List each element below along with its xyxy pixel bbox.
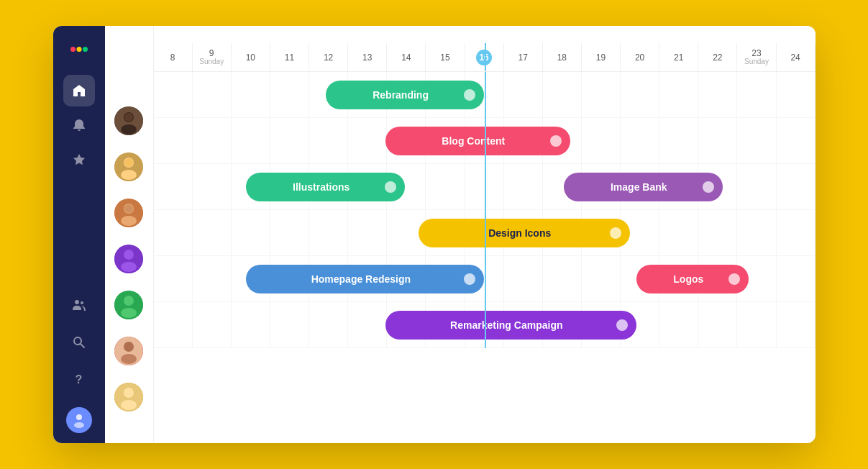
bar-rebranding[interactable]: Rebranding xyxy=(326,81,485,109)
gantt-body: RebrandingBlog ContentIllustrationsImage… xyxy=(154,72,816,348)
avatar-4 xyxy=(114,245,143,273)
date-cell-10: 10 xyxy=(232,43,270,71)
svg-point-20 xyxy=(121,262,137,272)
bar-blog-content[interactable]: Blog Content xyxy=(385,127,571,155)
svg-point-23 xyxy=(121,308,137,318)
bar-dot-logos xyxy=(728,273,740,285)
bar-dot-illustrations xyxy=(385,181,396,193)
bar-label-blog-content: Blog Content xyxy=(430,135,525,147)
gantt-row-5: Remarketing Campaign xyxy=(154,302,816,348)
avatar-row-7[interactable] xyxy=(104,374,153,420)
date-cell-20: 20 xyxy=(621,43,659,71)
grid-lines-row-0 xyxy=(154,72,816,117)
svg-point-9 xyxy=(124,113,133,122)
sidebar-item-search[interactable] xyxy=(63,327,95,358)
avatar-column xyxy=(105,26,154,443)
date-cell-24: 24 xyxy=(777,43,816,71)
bar-label-homepage-redesign: Homepage Redesign xyxy=(300,273,431,285)
sidebar-nav xyxy=(53,75,105,176)
bar-logos[interactable]: Logos xyxy=(636,265,749,293)
svg-point-19 xyxy=(124,250,134,260)
avatar-row-2[interactable] xyxy=(104,144,153,190)
sidebar-item-favorites[interactable] xyxy=(63,144,95,176)
svg-point-8 xyxy=(121,124,137,135)
date-cell-8: 8 xyxy=(154,43,193,71)
date-header: 89Sunday1011121314151617181920212223Sund… xyxy=(154,43,816,72)
svg-rect-3 xyxy=(83,47,88,52)
timeline-wrapper: 89Sunday1011121314151617181920212223Sund… xyxy=(154,43,816,443)
date-cell-19: 19 xyxy=(582,43,621,71)
sidebar-item-notifications[interactable] xyxy=(63,109,95,141)
avatar-row-5[interactable] xyxy=(104,282,153,328)
sidebar-bottom: ? xyxy=(63,289,95,433)
app-logo[interactable] xyxy=(66,36,92,62)
svg-point-22 xyxy=(124,296,134,306)
gantt-row-4: Homepage RedesignLogos xyxy=(154,256,816,302)
date-cell-18: 18 xyxy=(543,43,582,71)
svg-point-16 xyxy=(121,216,137,226)
svg-point-17 xyxy=(124,204,133,213)
sidebar: ? xyxy=(53,26,105,443)
avatar-7 xyxy=(114,383,143,411)
bar-dot-rebranding xyxy=(464,89,475,101)
bar-dot-homepage-redesign xyxy=(464,273,475,285)
bar-label-design-icons: Design Icons xyxy=(477,227,571,239)
bar-remarketing-campaign[interactable]: Remarketing Campaign xyxy=(385,311,637,340)
sidebar-item-help[interactable]: ? xyxy=(63,364,95,396)
bar-illustrations[interactable]: Illustrations xyxy=(246,173,405,201)
bar-image-bank[interactable]: Image Bank xyxy=(564,173,723,201)
bar-label-rebranding: Rebranding xyxy=(361,89,449,101)
bar-label-image-bank: Image Bank xyxy=(599,181,687,193)
main-content: 89Sunday1011121314151617181920212223Sund… xyxy=(154,26,816,443)
date-cell-14: 14 xyxy=(387,43,426,71)
avatar-row-3[interactable] xyxy=(104,190,153,236)
svg-rect-2 xyxy=(76,47,81,52)
svg-point-25 xyxy=(124,342,134,352)
avatar-2 xyxy=(114,152,143,181)
bar-dot-remarketing-campaign xyxy=(616,319,628,331)
bar-label-logos: Logos xyxy=(662,273,723,285)
svg-point-29 xyxy=(121,400,137,410)
date-cell-15: 15 xyxy=(426,43,465,71)
avatar-3 xyxy=(114,199,143,227)
svg-point-12 xyxy=(121,170,137,180)
main-header xyxy=(154,26,816,43)
gantt-row-3: Design Icons xyxy=(154,210,816,256)
date-cell-17: 17 xyxy=(504,43,543,71)
avatar-5 xyxy=(114,291,143,319)
svg-point-13 xyxy=(124,158,133,167)
avatar-row-4[interactable] xyxy=(104,236,153,282)
date-cell-16: 16 xyxy=(465,43,504,71)
app-window: ? xyxy=(53,26,816,443)
svg-point-28 xyxy=(124,388,134,398)
bar-homepage-redesign[interactable]: Homepage Redesign xyxy=(246,265,484,293)
date-cell-21: 21 xyxy=(659,43,698,71)
avatar-row-6[interactable] xyxy=(104,328,153,374)
gantt-row-2: IllustrationsImage Bank xyxy=(154,164,816,210)
date-cell-22: 22 xyxy=(698,43,737,71)
timeline-area: 89Sunday1011121314151617181920212223Sund… xyxy=(154,43,816,443)
date-cell-12: 12 xyxy=(309,43,348,71)
date-cell-9: 9Sunday xyxy=(193,43,232,71)
bar-design-icons[interactable]: Design Icons xyxy=(419,219,630,247)
bar-dot-blog-content xyxy=(550,135,562,147)
date-cell-11: 11 xyxy=(270,43,309,71)
gantt-row-0: Rebranding xyxy=(154,72,816,118)
svg-point-26 xyxy=(121,354,137,364)
svg-rect-1 xyxy=(70,47,76,52)
date-cell-13: 13 xyxy=(348,43,387,71)
avatar-1 xyxy=(114,106,143,135)
svg-point-4 xyxy=(76,414,82,420)
date-cell-23: 23Sunday xyxy=(737,43,776,71)
sidebar-item-team[interactable] xyxy=(63,289,95,321)
avatar-6 xyxy=(114,337,143,365)
gantt-row-1: Blog Content xyxy=(154,118,816,164)
avatar-row-1[interactable] xyxy=(104,98,153,144)
svg-point-5 xyxy=(74,422,84,428)
bar-dot-design-icons xyxy=(610,227,621,239)
bar-dot-image-bank xyxy=(703,181,714,193)
sidebar-item-home[interactable] xyxy=(63,75,95,106)
bar-label-illustrations: Illustrations xyxy=(281,181,370,193)
bar-label-remarketing-campaign: Remarketing Campaign xyxy=(439,319,583,331)
sidebar-user-avatar[interactable] xyxy=(66,407,92,433)
